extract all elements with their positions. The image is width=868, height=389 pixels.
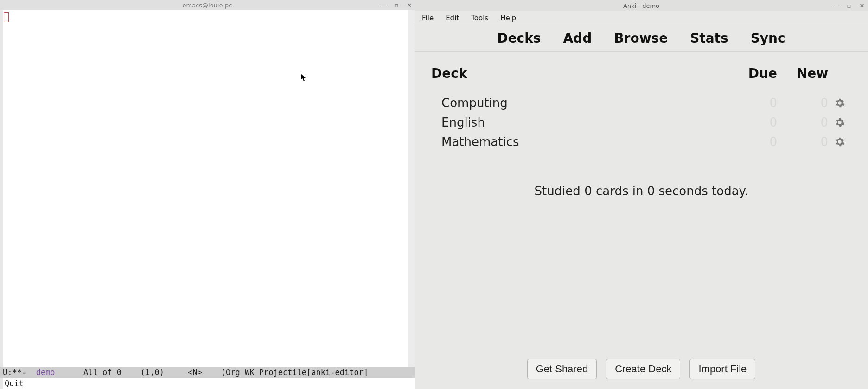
emacs-minibuffer[interactable]: Quit: [0, 378, 415, 389]
deck-due: 0: [726, 135, 777, 149]
maximize-button[interactable]: ▫: [846, 2, 852, 9]
emacs-body: [0, 10, 415, 367]
emacs-text-cursor: [4, 12, 9, 22]
toolbar-sync[interactable]: Sync: [751, 31, 785, 46]
deck-new: 0: [777, 96, 828, 110]
header-due: Due: [726, 66, 777, 81]
close-button[interactable]: ✕: [406, 2, 413, 9]
emacs-buffer[interactable]: [3, 10, 408, 367]
emacs-window-controls: — ▫ ✕: [380, 0, 413, 10]
toolbar-browse[interactable]: Browse: [614, 31, 668, 46]
minibuffer-text: Quit: [5, 379, 24, 388]
toolbar-add[interactable]: Add: [563, 31, 592, 46]
menu-edit[interactable]: Edit: [446, 14, 459, 22]
gear-icon[interactable]: [835, 98, 845, 108]
modeline-buffer-name: demo: [36, 368, 55, 377]
anki-menubar: File Edit Tools Help: [415, 11, 868, 25]
toolbar-stats[interactable]: Stats: [690, 31, 728, 46]
deck-new: 0: [777, 135, 828, 149]
header-new: New: [777, 66, 828, 81]
gear-icon[interactable]: [835, 117, 845, 128]
anki-title: Anki - demo: [623, 2, 659, 9]
emacs-modeline[interactable]: U:**- demo All of 0 (1,0) <N> (Org WK Pr…: [0, 367, 415, 378]
modeline-prefix: U:**-: [3, 368, 36, 377]
anki-toolbar: Decks Add Browse Stats Sync: [415, 25, 868, 52]
deck-row-computing: Computing 0 0: [428, 93, 854, 113]
menu-tools[interactable]: Tools: [471, 14, 488, 22]
deck-name[interactable]: English: [431, 115, 726, 129]
emacs-window: emacs@louie-pc — ▫ ✕ U:**- demo All of 0…: [0, 0, 415, 389]
gear-icon[interactable]: [835, 137, 845, 147]
import-file-button[interactable]: Import File: [689, 359, 755, 379]
anki-titlebar[interactable]: Anki - demo — ▫ ✕: [415, 0, 868, 11]
deck-header-row: Deck Due New: [428, 61, 854, 93]
menu-help[interactable]: Help: [500, 14, 516, 22]
deck-name[interactable]: Mathematics: [431, 135, 726, 149]
get-shared-button[interactable]: Get Shared: [527, 359, 597, 379]
toolbar-decks[interactable]: Decks: [497, 31, 541, 46]
minimize-button[interactable]: —: [380, 2, 387, 9]
deck-name[interactable]: Computing: [431, 96, 726, 110]
header-deck: Deck: [431, 66, 726, 81]
minimize-button[interactable]: —: [833, 2, 839, 9]
anki-bottom-bar: Get Shared Create Deck Import File: [415, 357, 868, 389]
deck-row-mathematics: Mathematics 0 0: [428, 132, 854, 152]
create-deck-button[interactable]: Create Deck: [606, 359, 680, 379]
studied-summary: Studied 0 cards in 0 seconds today.: [428, 184, 854, 198]
deck-due: 0: [726, 115, 777, 129]
deck-new: 0: [777, 115, 828, 129]
maximize-button[interactable]: ▫: [393, 2, 400, 9]
anki-deck-list: Deck Due New Computing 0 0 English 0 0 M…: [415, 52, 868, 357]
deck-due: 0: [726, 96, 777, 110]
deck-row-english: English 0 0: [428, 113, 854, 132]
emacs-title: emacs@louie-pc: [182, 2, 232, 9]
modeline-info: All of 0 (1,0) <N> (Org WK Projectile[an…: [55, 368, 369, 377]
emacs-titlebar[interactable]: emacs@louie-pc — ▫ ✕: [0, 0, 415, 10]
anki-window: Anki - demo — ▫ ✕ File Edit Tools Help D…: [415, 0, 868, 389]
close-button[interactable]: ✕: [859, 2, 865, 9]
menu-file[interactable]: File: [422, 14, 434, 22]
anki-window-controls: — ▫ ✕: [833, 0, 865, 11]
emacs-scrollbar[interactable]: [408, 10, 415, 367]
